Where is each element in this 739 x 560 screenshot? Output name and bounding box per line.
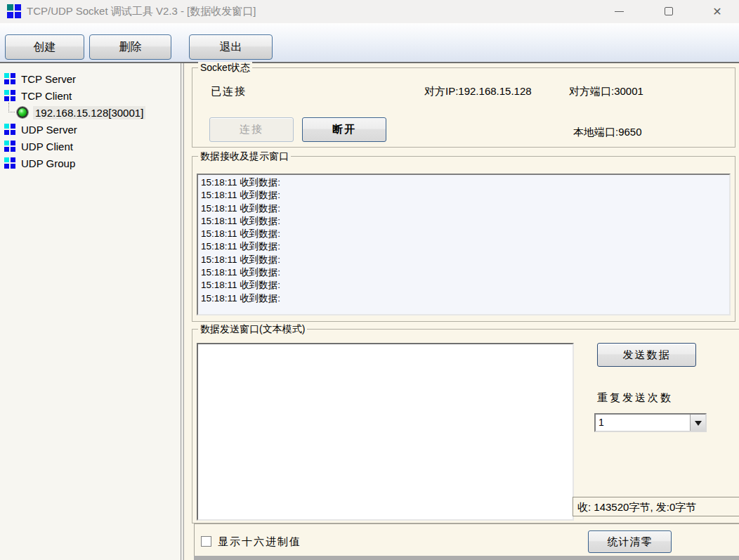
receive-group: 数据接收及提示窗口 15:18:11 收到数据: 15:18:11 收到数据: …	[192, 156, 735, 322]
tree-item-label: 192.168.15.128[30001]	[33, 106, 145, 119]
close-button[interactable]: ✕	[701, 0, 733, 22]
tree-item-label: TCP Server	[21, 73, 76, 85]
socket-connected-icon	[17, 107, 28, 118]
toolbar: 创建 删除 退出	[0, 23, 739, 63]
footer-panel: 显示十六进制值 统计清零	[194, 523, 739, 556]
repeat-count-value: 1	[596, 415, 690, 431]
tree-item-label: UDP Client	[21, 141, 73, 152]
app-icon	[7, 4, 21, 18]
clear-stats-button[interactable]: 统计清零	[588, 530, 672, 553]
send-group-title: 数据发送窗口(文本模式)	[198, 323, 307, 336]
connection-state: 已连接	[211, 85, 247, 98]
window-bottom-edge	[194, 556, 739, 560]
grid-icon	[4, 90, 15, 101]
app-icon-square	[7, 12, 13, 18]
tree-item[interactable]: TCP Client	[0, 87, 181, 104]
repeat-count-combobox[interactable]: 1	[594, 413, 707, 432]
app-icon-square	[7, 4, 13, 11]
delete-button[interactable]: 删除	[89, 34, 171, 60]
app-icon-square	[15, 12, 21, 18]
peer-port-label: 对方端口:30001	[569, 85, 643, 98]
tree-item[interactable]: TCP Server	[0, 70, 181, 87]
receive-log[interactable]: 15:18:11 收到数据: 15:18:11 收到数据: 15:18:11 收…	[197, 174, 731, 315]
send-data-button[interactable]: 发送数据	[597, 343, 696, 367]
byte-stats: 收: 143520字节, 发:0字节	[573, 497, 739, 516]
socket-status-group: Socket状态 已连接 对方IP:192.168.15.128 对方端口:30…	[192, 67, 735, 148]
grid-icon	[4, 141, 15, 152]
socket-status-group-title: Socket状态	[198, 62, 252, 74]
create-button[interactable]: 创建	[5, 34, 84, 60]
disconnect-button[interactable]: 断开	[302, 117, 386, 142]
grid-icon	[4, 157, 15, 169]
data-window-panel: Socket状态 已连接 对方IP:192.168.15.128 对方端口:30…	[184, 63, 739, 560]
tree-item-label: TCP Client	[21, 90, 72, 102]
grid-icon	[4, 73, 15, 84]
tree-item-label: UDP Group	[21, 157, 75, 169]
send-group: 数据发送窗口(文本模式) 发送数据 重复发送次数 1 收: 143520字节, …	[192, 329, 739, 523]
tree-item-label: UDP Server	[21, 124, 77, 136]
close-icon: ✕	[712, 5, 721, 18]
receive-group-title: 数据接收及提示窗口	[198, 150, 291, 163]
send-input[interactable]	[197, 343, 574, 521]
tree-item[interactable]: 192.168.15.128[30001]	[0, 104, 181, 121]
connect-button[interactable]: 连接	[209, 117, 294, 142]
minimize-button[interactable]	[603, 0, 635, 22]
tree-connector	[8, 103, 15, 112]
title-bar: TCP/UDP Socket 调试工具 V2.3 - [数据收发窗口] ✕	[0, 0, 739, 23]
maximize-button[interactable]	[653, 0, 685, 22]
maximize-icon	[665, 7, 673, 15]
chevron-down-icon	[695, 421, 702, 429]
hex-checkbox-label: 显示十六进制值	[218, 535, 301, 549]
minimize-icon	[615, 11, 624, 12]
local-port-label: 本地端口:9650	[573, 126, 642, 139]
tree-item[interactable]: UDP Server	[0, 121, 181, 138]
combobox-dropdown-button[interactable]	[690, 415, 705, 431]
tree: TCP ServerTCP Client192.168.15.128[30001…	[0, 63, 181, 560]
grid-icon	[4, 124, 15, 135]
app-icon-square	[15, 4, 21, 11]
window-title: TCP/UDP Socket 调试工具 V2.3 - [数据收发窗口]	[27, 5, 256, 18]
tree-item[interactable]: UDP Client	[0, 138, 181, 155]
exit-button[interactable]: 退出	[189, 34, 273, 60]
tree-item[interactable]: UDP Group	[0, 155, 181, 171]
repeat-count-label: 重复发送次数	[597, 391, 673, 405]
peer-ip-label: 对方IP:192.168.15.128	[424, 85, 532, 98]
app-window: TCP/UDP Socket 调试工具 V2.3 - [数据收发窗口] ✕ 创建…	[0, 0, 739, 560]
hex-checkbox[interactable]	[201, 536, 211, 547]
